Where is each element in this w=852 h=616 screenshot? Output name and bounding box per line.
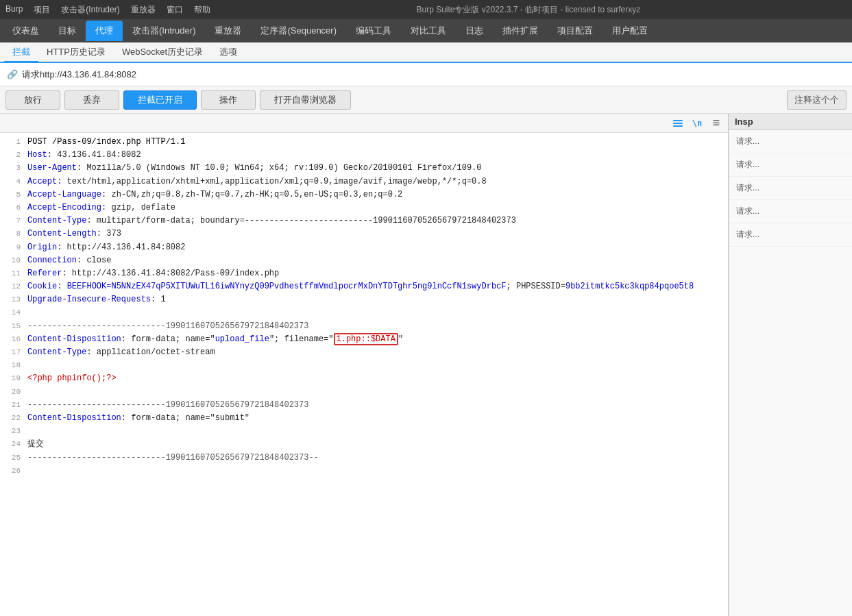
menu-burp[interactable]: Burp bbox=[5, 4, 23, 16]
url-bar: 🔗 请求http://43.136.41.84:8082 bbox=[0, 63, 852, 86]
menu-repeater[interactable]: 重放器 bbox=[131, 4, 156, 16]
line-content: Referer: http://43.136.41.84:8082/Pass-0… bbox=[27, 267, 722, 280]
nav-decoder[interactable]: 编码工具 bbox=[346, 21, 401, 41]
menu-intruder[interactable]: 攻击器(Intruder) bbox=[61, 4, 119, 16]
line-row: 14 bbox=[5, 306, 722, 319]
line-number: 11 bbox=[5, 267, 21, 280]
line-number: 24 bbox=[5, 438, 21, 451]
line-row: 8Content-Length: 373 bbox=[5, 227, 722, 241]
inspector-item-2[interactable]: 请求... bbox=[729, 153, 852, 177]
nav-extensions[interactable]: 插件扩展 bbox=[493, 21, 548, 41]
panel-toolbar: \n ≡ bbox=[0, 114, 728, 133]
nav-user-options[interactable]: 用户配置 bbox=[603, 21, 657, 41]
line-row: 12Cookie: BEEFHOOK=N5NNzEX47qP5XITUWuTL1… bbox=[5, 280, 722, 293]
line-content bbox=[27, 425, 722, 438]
line-number: 21 bbox=[5, 399, 21, 412]
nav-repeater[interactable]: 重放器 bbox=[205, 21, 251, 41]
menu-icon[interactable]: ≡ bbox=[709, 116, 724, 131]
line-number: 15 bbox=[5, 320, 21, 333]
svg-rect-0 bbox=[673, 120, 683, 121]
line-row: 19<?php phpinfo();?> bbox=[5, 372, 722, 385]
action-bar: 放行 丢弃 拦截已开启 操作 打开自带浏览器 注释这个个 bbox=[0, 86, 852, 114]
inspector-item-5[interactable]: 请求... bbox=[729, 223, 852, 247]
nav-comparer[interactable]: 对比工具 bbox=[401, 21, 456, 41]
line-row: 26 bbox=[5, 465, 722, 478]
line-row: 13Upgrade-Insecure-Requests: 1 bbox=[5, 293, 722, 306]
line-content: POST /Pass-09/index.php HTTP/1.1 bbox=[27, 136, 722, 149]
release-button[interactable]: 放行 bbox=[5, 90, 60, 110]
nav-project-options[interactable]: 项目配置 bbox=[548, 21, 603, 41]
line-content: ----------------------------199011607052… bbox=[27, 399, 722, 412]
tab-http-history[interactable]: HTTP历史记录 bbox=[38, 43, 114, 61]
line-number: 13 bbox=[5, 293, 21, 306]
tab-websocket-history[interactable]: WebSocket历史记录 bbox=[114, 43, 211, 61]
line-content bbox=[27, 465, 722, 478]
line-content: Content-Type: application/octet-stream bbox=[27, 346, 722, 359]
nav-sequencer[interactable]: 定序器(Sequencer) bbox=[251, 21, 346, 41]
ln-icon[interactable]: \n bbox=[690, 116, 705, 131]
line-number: 17 bbox=[5, 346, 21, 359]
nav-proxy[interactable]: 代理 bbox=[86, 21, 123, 41]
lock-icon: 🔗 bbox=[7, 69, 18, 79]
svg-rect-1 bbox=[673, 123, 683, 124]
line-content: Accept: text/html,application/xhtml+xml,… bbox=[27, 175, 722, 188]
line-content: Content-Type: multipart/form-data; bound… bbox=[27, 214, 722, 227]
line-content bbox=[27, 359, 722, 372]
line-content: Upgrade-Insecure-Requests: 1 bbox=[27, 293, 722, 306]
inspector-item-1[interactable]: 请求... bbox=[729, 130, 852, 153]
line-number: 3 bbox=[5, 162, 21, 175]
inspector-item-4[interactable]: 请求... bbox=[729, 200, 852, 223]
tab-options[interactable]: 选项 bbox=[211, 43, 245, 61]
main-nav: 仪表盘 目标 代理 攻击器(Intruder) 重放器 定序器(Sequence… bbox=[0, 19, 852, 42]
line-row: 20 bbox=[5, 386, 722, 399]
line-content: User-Agent: Mozilla/5.0 (Windows NT 10.0… bbox=[27, 162, 722, 175]
discard-button[interactable]: 丢弃 bbox=[64, 90, 119, 110]
line-number: 10 bbox=[5, 254, 21, 267]
line-row: 22Content-Disposition: form-data; name="… bbox=[5, 412, 722, 425]
line-row: 3User-Agent: Mozilla/5.0 (Windows NT 10.… bbox=[5, 162, 722, 175]
app-title: Burp Suite专业版 v2022.3.7 - 临时项目 - license… bbox=[210, 4, 847, 16]
line-number: 12 bbox=[5, 280, 21, 293]
line-number: 4 bbox=[5, 175, 21, 188]
request-url: 请求http://43.136.41.84:8082 bbox=[22, 69, 136, 81]
line-number: 20 bbox=[5, 386, 21, 399]
list-icon[interactable] bbox=[670, 116, 685, 131]
main-content: \n ≡ 1POST /Pass-09/index.php HTTP/1.12H… bbox=[0, 114, 852, 616]
line-content: Host: 43.136.41.84:8082 bbox=[27, 149, 722, 162]
line-number: 9 bbox=[5, 241, 21, 254]
line-number: 18 bbox=[5, 359, 21, 372]
nav-target[interactable]: 目标 bbox=[49, 21, 86, 41]
line-content: Accept-Language: zh-CN,zh;q=0.8,zh-TW;q=… bbox=[27, 188, 722, 201]
inspector-item-3[interactable]: 请求... bbox=[729, 177, 852, 200]
line-content: Content-Disposition: form-data; name="su… bbox=[27, 412, 722, 425]
line-number: 8 bbox=[5, 227, 21, 241]
annotate-button[interactable]: 注释这个个 bbox=[787, 90, 847, 110]
menu-help[interactable]: 帮助 bbox=[194, 4, 210, 16]
nav-dashboard[interactable]: 仪表盘 bbox=[3, 21, 49, 41]
sub-nav: 拦截 HTTP历史记录 WebSocket历史记录 选项 bbox=[0, 42, 852, 63]
line-number: 6 bbox=[5, 201, 21, 214]
line-row: 4Accept: text/html,application/xhtml+xml… bbox=[5, 175, 722, 188]
line-content: 提交 bbox=[27, 438, 722, 451]
menu-project[interactable]: 项目 bbox=[34, 4, 50, 16]
nav-intruder[interactable]: 攻击器(Intruder) bbox=[123, 21, 205, 41]
nav-logger[interactable]: 日志 bbox=[456, 21, 493, 41]
action-button[interactable]: 操作 bbox=[201, 90, 256, 110]
request-panel: \n ≡ 1POST /Pass-09/index.php HTTP/1.12H… bbox=[0, 114, 729, 616]
line-content: Cookie: BEEFHOOK=N5NNzEX47qP5XITUWuTL16i… bbox=[27, 280, 722, 293]
menu-window[interactable]: 窗口 bbox=[167, 4, 183, 16]
line-number: 26 bbox=[5, 465, 21, 478]
line-number: 1 bbox=[5, 136, 21, 149]
tab-intercept[interactable]: 拦截 bbox=[4, 43, 38, 62]
line-number: 16 bbox=[5, 333, 21, 346]
right-sidebar: Insp 请求... 请求... 请求... 请求... 请求... bbox=[729, 114, 852, 616]
line-number: 22 bbox=[5, 412, 21, 425]
line-row: 7Content-Type: multipart/form-data; boun… bbox=[5, 214, 722, 227]
request-body[interactable]: 1POST /Pass-09/index.php HTTP/1.12Host: … bbox=[0, 133, 728, 616]
intercept-toggle-button[interactable]: 拦截已开启 bbox=[123, 90, 197, 110]
line-row: 25----------------------------1990116070… bbox=[5, 452, 722, 465]
line-content: Origin: http://43.136.41.84:8082 bbox=[27, 241, 722, 254]
svg-rect-2 bbox=[673, 125, 683, 127]
line-content: <?php phpinfo();?> bbox=[27, 372, 722, 385]
open-browser-button[interactable]: 打开自带浏览器 bbox=[260, 90, 351, 110]
